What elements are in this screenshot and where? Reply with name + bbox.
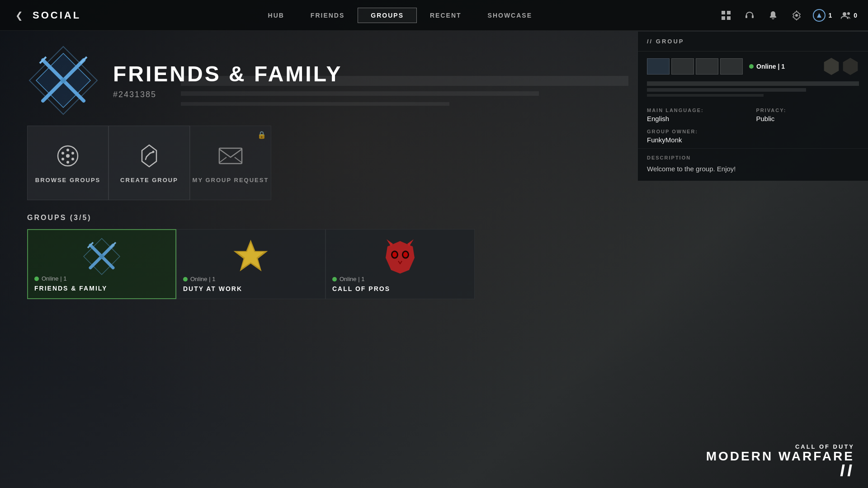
svg-point-21 [71, 158, 74, 160]
rank-icon [813, 9, 826, 22]
description-value: Welcome to the group. Enjoy! [647, 164, 859, 174]
online-dot-1 [183, 277, 188, 282]
svg-point-8 [843, 12, 846, 16]
back-button[interactable]: ❮ [11, 7, 27, 23]
panel-online-text: Online | 1 [756, 63, 785, 70]
progress-bar-2 [647, 88, 806, 92]
request-icon [217, 142, 244, 169]
group-card-duty-at-work[interactable]: Online | 1 DUTY AT WORK [176, 229, 326, 299]
panel-description: DESCRIPTION Welcome to the group. Enjoy! [638, 148, 868, 181]
rank-badge: 1 [813, 9, 832, 22]
privacy-label: PRIVACY: [756, 108, 859, 113]
member-slot-1 [647, 58, 670, 75]
bell-icon[interactable] [766, 8, 780, 23]
member-icon-2 [842, 58, 859, 75]
svg-point-18 [66, 154, 70, 158]
svg-rect-1 [727, 11, 731, 14]
progress-bars [638, 81, 868, 103]
friends-count: 0 [854, 12, 857, 19]
tab-groups[interactable]: GROUPS [358, 8, 417, 23]
owner-label: GROUP OWNER: [647, 129, 750, 134]
privacy-field: PRIVACY: Public [756, 108, 859, 122]
topbar: ❮ SOCIAL HUB FRIENDS GROUPS RECENT SHOWC… [0, 0, 868, 31]
cod-logo-line2: MODERN WARFARE [706, 450, 854, 463]
group-card-logo-swords [81, 236, 122, 283]
member-icons [823, 58, 859, 75]
browse-icon [54, 142, 81, 169]
privacy-value: Public [756, 115, 859, 122]
svg-marker-7 [817, 13, 821, 18]
svg-rect-0 [722, 11, 725, 14]
member-slot-4 [720, 58, 743, 75]
svg-point-22 [66, 161, 69, 164]
groups-header: GROUPS (3/5) [27, 214, 841, 222]
svg-point-29 [152, 151, 155, 153]
main-language-field: MAIN LANGUAGE: English [647, 108, 750, 122]
group-logo [27, 44, 99, 117]
svg-point-44 [403, 252, 408, 257]
group-card-logo-devil [382, 237, 418, 282]
svg-rect-2 [722, 16, 725, 20]
create-group-button[interactable]: CREATE GROUP [108, 126, 190, 200]
svg-point-20 [71, 152, 74, 155]
tab-showcase[interactable]: SHOWCASE [475, 8, 545, 23]
tab-recent[interactable]: RECENT [417, 8, 475, 23]
group-info: FRIENDS & FAMILY #2431385 [113, 61, 343, 99]
group-card-name-2: CALL OF PROS [332, 285, 468, 292]
svg-rect-4 [745, 15, 747, 18]
group-card-logo-star [232, 237, 270, 282]
group-card-name-0: FRIENDS & FAMILY [34, 285, 169, 292]
browse-groups-button[interactable]: BROWSE GROUPS [27, 126, 108, 200]
online-status: Online | 1 [749, 63, 785, 70]
nav-tabs: HUB FRIENDS GROUPS RECENT SHOWCASE [255, 8, 546, 23]
svg-marker-25 [142, 145, 156, 167]
tab-hub[interactable]: HUB [255, 8, 297, 23]
my-group-request-label: MY GROUP REQUEST [193, 177, 269, 183]
main-language-label: MAIN LANGUAGE: [647, 108, 750, 113]
main-language-value: English [647, 115, 750, 122]
create-icon [136, 142, 163, 169]
online-dot-2 [332, 277, 337, 282]
app-title: SOCIAL [33, 9, 81, 21]
description-label: DESCRIPTION [647, 155, 859, 160]
member-slot-2 [671, 58, 694, 75]
svg-point-9 [847, 12, 850, 15]
svg-line-26 [146, 153, 150, 157]
panel-fields: MAIN LANGUAGE: English PRIVACY: Public G… [638, 103, 868, 148]
member-slot-3 [696, 58, 718, 75]
browse-groups-label: BROWSE GROUPS [35, 177, 100, 183]
svg-point-38 [99, 254, 104, 258]
svg-line-31 [219, 157, 226, 163]
svg-rect-30 [219, 148, 242, 164]
svg-point-43 [392, 252, 397, 257]
group-card-name-1: DUTY AT WORK [183, 285, 319, 292]
group-card-call-of-pros[interactable]: Online | 1 CALL OF PROS [326, 229, 475, 299]
svg-point-23 [61, 158, 64, 160]
online-dot-0 [34, 277, 39, 281]
tab-friends[interactable]: FRIENDS [297, 8, 358, 23]
member-icon-1 [823, 58, 840, 75]
svg-point-24 [61, 152, 64, 155]
svg-rect-3 [727, 16, 731, 20]
cod-logo-line3: II [706, 463, 854, 479]
svg-point-16 [61, 78, 66, 83]
rank-count: 1 [828, 12, 832, 19]
gear-icon[interactable] [789, 8, 804, 23]
group-name: FRIENDS & FAMILY [113, 61, 343, 86]
groups-list: Online | 1 FRIENDS & FAMILY Online | 1 D… [27, 229, 841, 299]
group-owner-field: GROUP OWNER: FunkyMonk [647, 129, 750, 144]
progress-bar-1 [647, 81, 859, 86]
svg-line-32 [235, 157, 242, 163]
member-slots [647, 58, 743, 75]
grid-icon[interactable] [719, 8, 733, 23]
svg-rect-5 [752, 15, 754, 18]
headset-icon[interactable] [742, 8, 757, 23]
group-card-friends-family[interactable]: Online | 1 FRIENDS & FAMILY [27, 229, 176, 299]
my-group-request-button[interactable]: 🔒 MY GROUP REQUEST [190, 126, 271, 200]
friends-badge: 0 [841, 11, 857, 19]
svg-point-6 [795, 14, 798, 17]
svg-point-19 [66, 149, 69, 151]
groups-section: GROUPS (3/5) Online | 1 [0, 205, 868, 308]
topbar-right: 1 0 [719, 8, 857, 23]
cod-logo: CALL OF DUTY MODERN WARFARE II [706, 443, 854, 479]
